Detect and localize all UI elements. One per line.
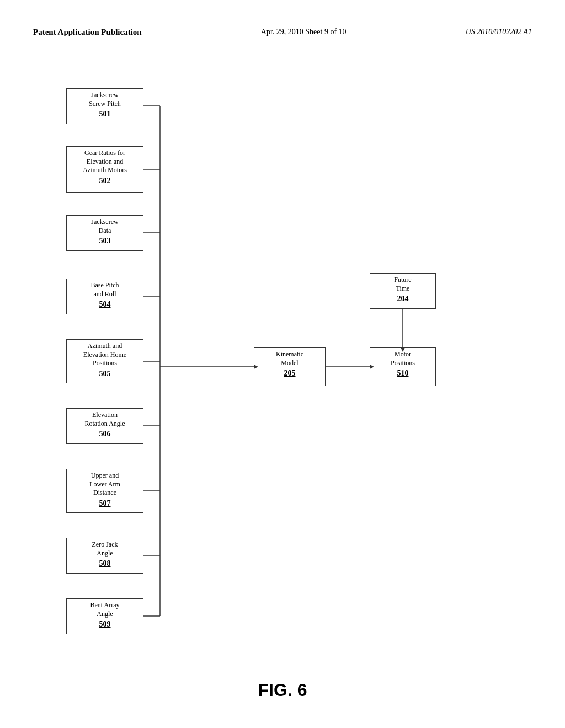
box-504: Base Pitchand Roll 504 [66, 279, 143, 314]
box-510: MotorPositions 510 [370, 347, 436, 386]
box-505: Azimuth andElevation HomePositions 505 [66, 339, 143, 383]
box-508-number: 508 [70, 559, 140, 569]
diagram: JackscrewScrew Pitch 501 Gear Ratios for… [33, 77, 532, 673]
box-505-label: Azimuth andElevation HomePositions [83, 342, 126, 367]
box-509-label: Bent ArrayAngle [90, 601, 120, 618]
box-507-label: Upper andLower ArmDistance [89, 472, 120, 496]
box-506: ElevationRotation Angle 506 [66, 408, 143, 444]
header: Patent Application Publication Apr. 29, … [33, 28, 532, 37]
box-503: JackscrewData 503 [66, 215, 143, 251]
box-505-number: 505 [70, 369, 140, 379]
box-502: Gear Ratios forElevation andAzimuth Moto… [66, 146, 143, 193]
box-504-label: Base Pitchand Roll [91, 281, 119, 298]
box-502-number: 502 [70, 176, 140, 186]
box-503-label: JackscrewData [91, 218, 118, 234]
box-508-label: Zero JackAngle [92, 540, 118, 557]
box-205-number: 205 [258, 368, 322, 378]
box-509-number: 509 [70, 619, 140, 629]
patent-number: US 2010/0102202 A1 [466, 28, 532, 36]
box-204-label: FutureTime [394, 276, 411, 292]
box-507: Upper andLower ArmDistance 507 [66, 469, 143, 513]
box-508: Zero JackAngle 508 [66, 538, 143, 574]
box-502-label: Gear Ratios forElevation andAzimuth Moto… [83, 149, 127, 174]
sheet-info: Apr. 29, 2010 Sheet 9 of 10 [261, 28, 347, 36]
box-504-number: 504 [70, 299, 140, 309]
box-501-number: 501 [70, 109, 140, 119]
box-501-label: JackscrewScrew Pitch [89, 91, 121, 108]
box-506-number: 506 [70, 429, 140, 439]
box-204-number: 204 [374, 294, 432, 304]
box-205-label: KinematicModel [276, 350, 303, 367]
box-503-number: 503 [70, 236, 140, 246]
box-501: JackscrewScrew Pitch 501 [66, 88, 143, 124]
box-205: KinematicModel 205 [254, 347, 326, 386]
box-510-label: MotorPositions [391, 350, 415, 367]
box-506-label: ElevationRotation Angle [85, 411, 125, 427]
page: Patent Application Publication Apr. 29, … [0, 0, 565, 728]
box-510-number: 510 [374, 368, 432, 378]
figure-caption: FIG. 6 [0, 680, 565, 700]
publication-label: Patent Application Publication [33, 28, 142, 37]
box-509: Bent ArrayAngle 509 [66, 598, 143, 634]
box-204: FutureTime 204 [370, 273, 436, 309]
box-507-number: 507 [70, 499, 140, 508]
